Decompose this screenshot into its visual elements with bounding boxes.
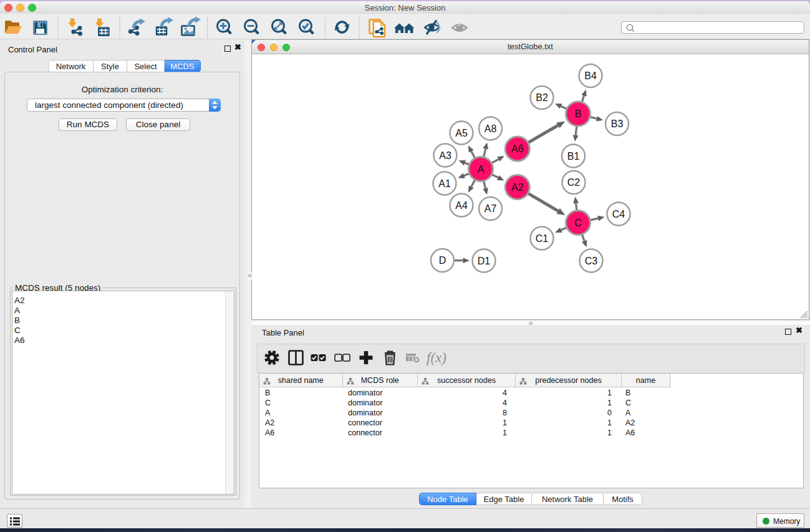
svg-text:C4: C4	[612, 209, 625, 220]
svg-text:D: D	[439, 255, 446, 266]
svg-text:C2: C2	[567, 177, 581, 188]
svg-text:B2: B2	[536, 92, 548, 103]
svg-text:C3: C3	[585, 256, 598, 266]
svg-text:A: A	[478, 164, 485, 175]
svg-text:C: C	[574, 218, 582, 228]
svg-text:B3: B3	[611, 118, 624, 129]
svg-text:D1: D1	[478, 256, 491, 266]
svg-text:C1: C1	[536, 233, 549, 244]
svg-text:B4: B4	[584, 70, 597, 81]
svg-text:B: B	[575, 109, 582, 119]
svg-text:A7: A7	[485, 203, 497, 214]
svg-text:A2: A2	[511, 182, 524, 193]
svg-text:A5: A5	[455, 128, 468, 138]
svg-text:B1: B1	[567, 151, 580, 162]
svg-text:f(x): f(x)	[427, 350, 446, 365]
svg-text:A8: A8	[485, 123, 497, 134]
svg-text:A3: A3	[439, 150, 451, 161]
svg-text:A1: A1	[438, 178, 451, 189]
svg-text:A6: A6	[511, 143, 524, 154]
svg-text:A4: A4	[455, 200, 468, 211]
